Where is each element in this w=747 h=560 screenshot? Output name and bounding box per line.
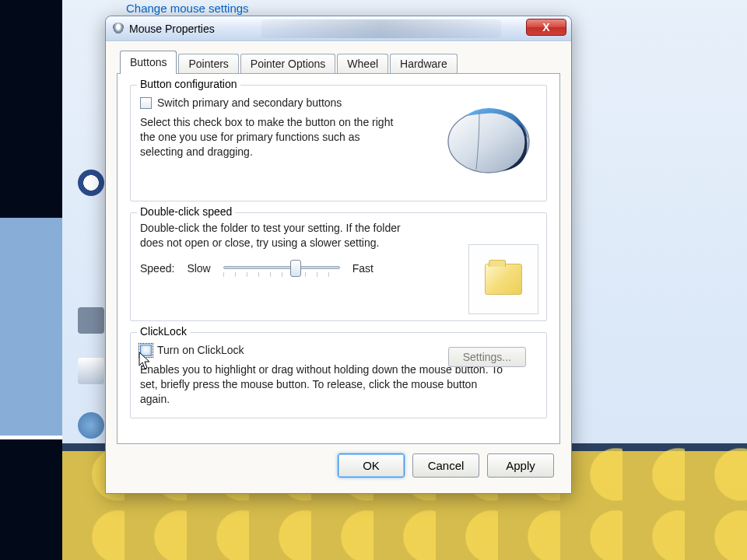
dialog-button-bar: OK Cancel Apply [117, 444, 560, 482]
group-legend: ClickLock [137, 325, 190, 338]
double-click-test-area[interactable] [468, 244, 538, 314]
double-click-speed-slider[interactable] [223, 258, 340, 278]
mouse-properties-dialog: Mouse Properties X Buttons Pointers Poin… [105, 16, 572, 494]
mouse-icon [112, 23, 124, 35]
clicklock-settings-button: Settings... [448, 347, 526, 367]
sidebar-icon [78, 307, 104, 334]
tab-buttons[interactable]: Buttons [120, 51, 177, 74]
slow-label: Slow [187, 262, 210, 275]
group-legend: Button configuration [137, 78, 240, 90]
window-title: Mouse Properties [129, 23, 215, 35]
tab-wheel[interactable]: Wheel [337, 54, 388, 74]
titlebar-gradient [261, 19, 501, 38]
tab-panel-buttons: Button configuration Switch primary and … [117, 73, 560, 444]
switch-buttons-description: Select this check box to make the button… [140, 115, 405, 159]
tabstrip: Buttons Pointers Pointer Options Wheel H… [117, 51, 560, 74]
group-button-configuration: Button configuration Switch primary and … [130, 85, 547, 201]
clicklock-description: Enables you to highlight or drag without… [140, 362, 506, 407]
tab-hardware[interactable]: Hardware [390, 54, 458, 74]
switch-buttons-checkbox[interactable] [140, 97, 152, 109]
cancel-button[interactable]: Cancel [412, 453, 479, 478]
group-legend: Double-click speed [137, 205, 235, 218]
switch-buttons-label: Switch primary and secondary buttons [157, 96, 342, 109]
double-click-description: Double-click the folder to test your set… [140, 221, 405, 250]
sidebar-icon [78, 170, 104, 196]
ok-button[interactable]: OK [338, 453, 405, 478]
clicklock-checkbox[interactable] [140, 345, 152, 356]
close-button[interactable]: X [526, 19, 566, 36]
tab-pointer-options[interactable]: Pointer Options [240, 54, 336, 74]
speed-label: Speed: [140, 262, 174, 275]
control-panel-link[interactable]: Change mouse settings [126, 2, 249, 15]
fast-label: Fast [352, 262, 374, 275]
sidebar-icon [78, 412, 104, 439]
tab-pointers[interactable]: Pointers [178, 54, 238, 74]
slider-thumb[interactable] [290, 260, 301, 277]
group-double-click-speed: Double-click speed Double-click the fold… [130, 212, 547, 321]
clicklock-label: Turn on ClickLock [157, 344, 244, 356]
mouse-illustration [437, 93, 538, 179]
desktop-background-stripe [0, 0, 62, 560]
titlebar[interactable]: Mouse Properties X [106, 16, 571, 41]
apply-button[interactable]: Apply [487, 453, 554, 478]
sidebar-icon [78, 358, 104, 384]
group-clicklock: ClickLock Turn on ClickLock Settings... … [130, 332, 547, 418]
folder-icon [485, 264, 522, 295]
